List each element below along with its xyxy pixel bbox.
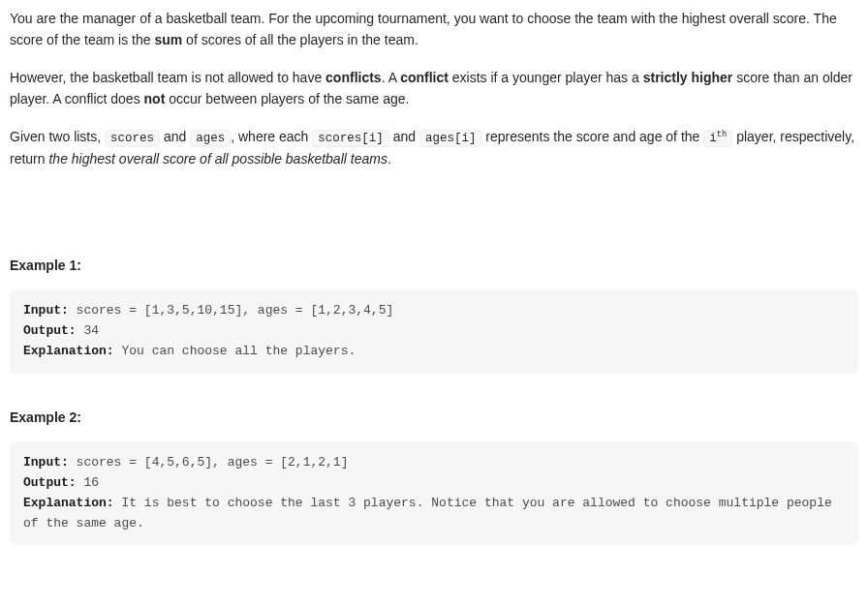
output-text: 16 <box>77 475 99 490</box>
output-label: Output: <box>23 323 77 338</box>
input-text: scores = [4,5,6,5], ages = [2,1,2,1] <box>69 455 349 470</box>
example-1-heading: Example 1: <box>10 255 858 276</box>
explanation-text: It is best to choose the last 3 players.… <box>23 496 840 530</box>
italic-return: the highest overall score of all possibl… <box>48 151 387 167</box>
inline-code-ith: ith <box>703 130 732 147</box>
text: Given two lists, <box>10 129 105 144</box>
explanation-text: You can choose all the players. <box>114 344 356 358</box>
problem-paragraph-2: However, the basketball team is not allo… <box>10 67 858 110</box>
text: , where each <box>231 129 312 144</box>
input-text: scores = [1,3,5,10,15], ages = [1,2,3,4,… <box>69 303 393 318</box>
inline-code-scores: scores <box>105 130 160 147</box>
explanation-label: Explanation: <box>23 496 114 510</box>
bold-conflict: conflict <box>400 70 449 85</box>
output-text: 34 <box>77 323 99 338</box>
inline-code-ages-i: ages[i] <box>419 130 482 147</box>
text: of scores of all the players in the team… <box>182 32 418 47</box>
example-1-block: Input: scores = [1,3,5,10,15], ages = [1… <box>10 289 858 373</box>
inline-code-scores-i: scores[i] <box>312 130 389 147</box>
bold-not: not <box>144 91 166 106</box>
inline-code-ages: ages <box>190 130 231 147</box>
example-2-heading: Example 2: <box>10 407 858 428</box>
text: represents the score and age of the <box>481 129 703 144</box>
explanation-label: Explanation: <box>23 344 114 358</box>
text: However, the basketball team is not allo… <box>10 70 326 85</box>
input-label: Input: <box>23 303 69 318</box>
text: You are the manager of a basketball team… <box>10 11 837 47</box>
problem-paragraph-3: Given two lists, scores and ages, where … <box>10 126 858 169</box>
text: and <box>389 129 419 144</box>
bold-sum: sum <box>154 32 182 47</box>
text: . A <box>382 70 400 85</box>
text: and <box>160 129 190 144</box>
output-label: Output: <box>23 475 77 490</box>
text: exists if a younger player has a <box>449 70 643 85</box>
input-label: Input: <box>23 455 69 470</box>
bold-strictly-higher: strictly higher <box>643 70 733 85</box>
text: occur between players of the same age. <box>165 91 409 106</box>
bold-conflicts: conflicts <box>326 70 382 85</box>
text: . <box>388 151 391 167</box>
example-2-block: Input: scores = [4,5,6,5], ages = [2,1,2… <box>10 441 858 545</box>
problem-paragraph-1: You are the manager of a basketball team… <box>10 8 858 51</box>
spacer <box>10 185 858 222</box>
